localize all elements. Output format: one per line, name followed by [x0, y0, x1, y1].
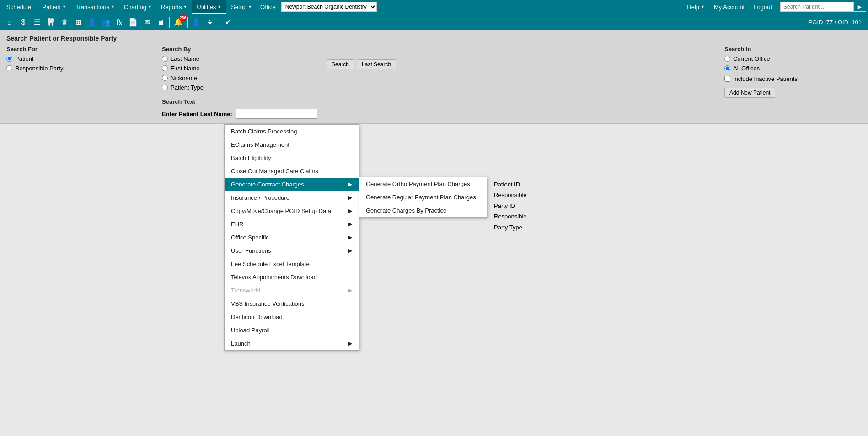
- icon-toolbar: ⌂ $ ☰ 🦷 ♛ ⊞ 👤 👥 ℞ 📄 ✉ 🖥 🔔 236 👤 🖨 ✔ PGID…: [0, 14, 868, 30]
- menu-ehr[interactable]: EHR ▶: [225, 218, 359, 231]
- nav-reports[interactable]: Reports ▼: [156, 0, 192, 14]
- chevron-down-icon: ▼: [217, 5, 221, 9]
- person-add-icon[interactable]: 👤: [86, 16, 98, 29]
- toolbar-separator-1: [169, 17, 170, 28]
- list-icon[interactable]: ☰: [31, 16, 43, 29]
- nav-my-account[interactable]: My Account: [709, 4, 749, 11]
- menu-fee-schedule-excel[interactable]: Fee Schedule Excel Template: [225, 257, 359, 271]
- first-name-radio[interactable]: [162, 65, 168, 71]
- search-panel: Search Patient or Responsible Party Sear…: [0, 30, 868, 124]
- notification-icon[interactable]: 🔔 236: [172, 16, 185, 29]
- nav-charting[interactable]: Charting ▼: [119, 0, 156, 14]
- enter-label: Enter Patient Last Name:: [162, 111, 232, 117]
- person-icon[interactable]: 👤: [190, 16, 203, 29]
- last-search-button[interactable]: Last Search: [357, 59, 396, 69]
- menu-office-specific[interactable]: Office Specific ▶: [225, 231, 359, 244]
- menu-launch[interactable]: Launch ▶: [225, 337, 359, 350]
- toolbar-separator-3: [219, 17, 219, 28]
- menu-copy-move-change-pgid[interactable]: Copy/Move/Change PGID Setup Data ▶: [225, 204, 359, 218]
- nav-logout[interactable]: Logout: [749, 4, 777, 11]
- nav-scheduler[interactable]: Scheduler: [2, 0, 38, 14]
- submenu-arrow-icon: ▶: [348, 195, 352, 201]
- patient-search-input[interactable]: [780, 2, 853, 12]
- current-office-label: Current Office: [733, 55, 770, 62]
- menu-insurance-procedure[interactable]: Insurance / Procedure ▶: [225, 191, 359, 204]
- contract-charges-submenu: Generate Ortho Payment Plan Charges Gene…: [359, 177, 487, 218]
- submenu-arrow-icon: ▶: [348, 248, 352, 254]
- last-name-radio[interactable]: [162, 56, 168, 62]
- office-selector[interactable]: Newport Beach Organic Dentistry: [281, 2, 377, 12]
- search-text-input[interactable]: [236, 109, 317, 119]
- chevron-down-icon: ▼: [111, 5, 115, 9]
- dollar-icon[interactable]: $: [17, 16, 30, 29]
- table-icon[interactable]: ⊞: [72, 16, 85, 29]
- menu-vbs-insurance[interactable]: VBS Insurance Verifications: [225, 297, 359, 310]
- patient-type-label: Patient Type: [171, 84, 204, 91]
- search-by-radio-group: Last Name First Name Nickname Patient Ty…: [162, 55, 317, 119]
- nav-utilities[interactable]: Utilities ▼: [192, 0, 226, 14]
- menu-batch-claims-processing[interactable]: Batch Claims Processing: [225, 125, 359, 138]
- menu-generate-contract-charges[interactable]: Generate Contract Charges ▶: [225, 178, 359, 191]
- top-navigation: Scheduler Patient ▼ Transactions ▼ Chart…: [0, 0, 868, 14]
- submenu-arrow-icon: ▶: [348, 234, 352, 240]
- all-offices-radio[interactable]: [724, 65, 730, 71]
- print-icon[interactable]: 🖨: [204, 16, 216, 29]
- main-content: Batch Claims Processing EClaims Manageme…: [0, 124, 868, 436]
- patient-type-radio[interactable]: [162, 85, 168, 90]
- rx-icon[interactable]: ℞: [113, 16, 126, 29]
- nav-setup[interactable]: Setup ▼: [226, 0, 257, 14]
- chevron-down-icon: ▼: [701, 5, 705, 9]
- group-icon[interactable]: 👥: [99, 16, 112, 29]
- menu-batch-eligibility[interactable]: Batch Eligibility: [225, 151, 359, 165]
- patient-radio-row: Patient: [6, 55, 153, 62]
- menu-denticon-download[interactable]: Denticon Download: [225, 310, 359, 324]
- tooth-icon[interactable]: 🦷: [44, 16, 57, 29]
- submenu-arrow-icon: ▶: [348, 181, 352, 187]
- mail-icon[interactable]: ✉: [140, 16, 153, 29]
- responsible-party-radio[interactable]: [6, 65, 12, 71]
- search-button[interactable]: Search: [327, 59, 354, 69]
- menu-upload-payroll[interactable]: Upload Payroll: [225, 324, 359, 337]
- nav-transactions[interactable]: Transactions ▼: [71, 0, 119, 14]
- nickname-label: Nickname: [171, 74, 197, 81]
- responsible-party-id-label: Responsible Party ID: [494, 190, 527, 211]
- current-office-radio[interactable]: [724, 56, 730, 62]
- search-in-radio-group: Current Office All Offices: [724, 55, 862, 72]
- search-text-row: Enter Patient Last Name:: [162, 109, 317, 119]
- search-in-section: Search In Current Office All Offices Inc…: [724, 46, 862, 98]
- search-for-label: Search For: [6, 46, 153, 53]
- nav-right-section: Help ▼ My Account Logout ►: [682, 2, 866, 12]
- nav-help[interactable]: Help ▼: [682, 4, 709, 11]
- submenu-generate-ortho[interactable]: Generate Ortho Payment Plan Charges: [359, 177, 487, 191]
- all-offices-radio-row: All Offices: [724, 65, 862, 72]
- submenu-generate-by-practice[interactable]: Generate Charges By Practice: [359, 204, 487, 217]
- include-inactive-checkbox[interactable]: [724, 76, 730, 82]
- first-name-radio-row: First Name: [162, 65, 317, 72]
- submenu-arrow-icon: ▶: [348, 208, 352, 214]
- crown-icon[interactable]: ♛: [58, 16, 71, 29]
- current-office-radio-row: Current Office: [724, 55, 862, 62]
- include-inactive-row: Include Inactive Patients: [724, 75, 862, 82]
- menu-close-out-managed-care[interactable]: Close Out Managed Care Claims: [225, 165, 359, 178]
- home-icon[interactable]: ⌂: [3, 16, 16, 29]
- menu-televox-appointments[interactable]: Televox Appointments Download: [225, 271, 359, 284]
- add-new-patient-container: Add New Patient: [724, 88, 862, 98]
- submenu-arrow-icon: ▶: [348, 340, 352, 346]
- patient-radio[interactable]: [6, 56, 12, 62]
- nav-patient[interactable]: Patient ▼: [38, 0, 71, 14]
- menu-eclaims-management[interactable]: EClaims Management: [225, 138, 359, 151]
- search-in-label: Search In: [724, 46, 862, 53]
- office-label: Office: [257, 4, 279, 11]
- responsible-party-type-label: Responsible Party Type: [494, 211, 527, 233]
- doc-icon[interactable]: 📄: [127, 16, 139, 29]
- patient-search-go-button[interactable]: ►: [853, 2, 866, 12]
- submenu-generate-regular[interactable]: Generate Regular Payment Plan Charges: [359, 191, 487, 204]
- search-panel-title: Search Patient or Responsible Party: [6, 35, 862, 42]
- submenu-arrow-icon: ▶: [348, 221, 352, 227]
- nickname-radio[interactable]: [162, 75, 168, 81]
- responsible-party-radio-row: Responsible Party: [6, 65, 153, 72]
- monitor-icon[interactable]: 🖥: [154, 16, 167, 29]
- checkmark-icon[interactable]: ✔: [221, 16, 234, 29]
- add-new-patient-button[interactable]: Add New Patient: [724, 88, 775, 98]
- menu-user-functions[interactable]: User Functions ▶: [225, 244, 359, 257]
